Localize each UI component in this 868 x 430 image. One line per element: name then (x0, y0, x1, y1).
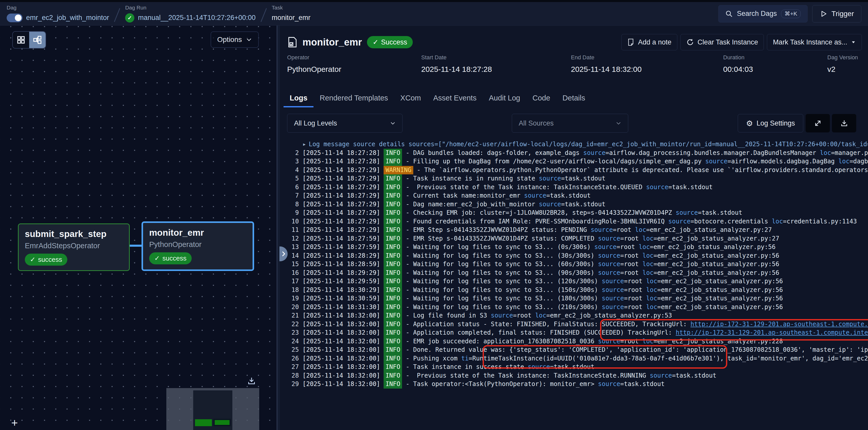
log-text: - EMR job succeeded: application_1763087… (402, 337, 598, 346)
log-key: source (598, 337, 620, 346)
log-line-number[interactable]: 6 (287, 183, 299, 192)
tab-audit-log[interactable]: Audit Log (483, 89, 526, 107)
log-source-select[interactable]: All Sources (512, 114, 628, 133)
log-key: source (491, 311, 513, 320)
log-line-number[interactable]: 20 (287, 303, 299, 311)
task-meta-row: OperatorPythonOperator Start Date2025-11… (280, 54, 868, 80)
log-line-number[interactable]: 2 (287, 149, 299, 158)
refresh-icon (686, 38, 694, 46)
dag-name-link[interactable]: emr_ec2_job_with_mointor (26, 14, 109, 22)
log-text: =task.stdout (698, 209, 742, 217)
trigger-button[interactable]: Trigger (812, 5, 861, 23)
log-line: 13[2025-11-14 18:27:59]INFO - Waiting fo… (287, 243, 868, 252)
graph-view-button[interactable] (29, 32, 45, 48)
log-line-number[interactable]: 28 (287, 371, 299, 380)
log-key: loc (642, 269, 653, 277)
log-key: source (528, 363, 550, 371)
log-line: 8[2025-11-14 18:27:29]INFO - Dag name:em… (287, 200, 868, 209)
log-line-number[interactable]: 25 (287, 345, 299, 354)
graph-minimap[interactable] (166, 388, 259, 430)
log-line-number[interactable]: 4 (287, 166, 299, 175)
log-text: =RuntimeTaskInstance(id=UUID('010a81e7-d… (469, 354, 868, 363)
collapse-arrow-icon[interactable]: ▸ (303, 140, 306, 149)
log-text: =task.stdout (672, 371, 716, 380)
log-line-number[interactable]: 16 (287, 269, 299, 277)
log-text: =root (513, 311, 535, 320)
log-line-number[interactable]: 29 (287, 380, 299, 389)
log-text: =emr_ec2_job_status_analyzer.py:56 (650, 243, 775, 252)
options-button[interactable]: Options (211, 31, 259, 48)
log-line-number[interactable]: 11 (287, 226, 299, 234)
log-line-number[interactable]: 17 (287, 277, 299, 286)
tab-details[interactable]: Details (556, 89, 591, 107)
log-line-number[interactable]: 27 (287, 363, 299, 371)
log-text: - Log file found in S3 (402, 311, 491, 320)
log-line-number[interactable]: 14 (287, 252, 299, 260)
check-icon: ✓ (30, 256, 36, 264)
log-line-number[interactable]: 22 (287, 320, 299, 329)
log-line-number[interactable]: 13 (287, 243, 299, 252)
clear-task-instance-button[interactable]: Clear Task Instance (680, 34, 764, 51)
log-line-number[interactable]: 26 (287, 354, 299, 363)
log-key: source (598, 234, 620, 243)
log-key: source (524, 192, 546, 200)
log-text: =emr_ec2_job_status_analyzer.py:56 (654, 269, 779, 277)
graph-node-submit-spark-step[interactable]: submit_spark_step EmrAddStepsOperator ✓s… (18, 224, 130, 271)
log-line-number[interactable]: 23 (287, 329, 299, 337)
log-line-number[interactable]: 12 (287, 234, 299, 243)
add-note-button[interactable]: Add a note (621, 34, 677, 51)
log-line-number[interactable]: 8 (287, 200, 299, 209)
log-line-number[interactable]: 19 (287, 294, 299, 303)
log-text: - Waiting for log files to sync to S3...… (402, 303, 601, 311)
log-line-number[interactable]: 9 (287, 209, 299, 217)
log-level-badge: INFO (383, 226, 402, 234)
log-text: =root (624, 294, 646, 303)
chevron-down-icon (390, 121, 396, 126)
log-line-number[interactable]: 18 (287, 286, 299, 295)
log-level-badge: INFO (383, 337, 402, 346)
graph-node-monitor-emr[interactable]: monitor_emr PythonOperator ✓success (142, 221, 254, 271)
log-line-number[interactable]: 7 (287, 192, 299, 200)
log-line-number[interactable]: 21 (287, 311, 299, 320)
fullscreen-button[interactable] (806, 114, 830, 132)
log-key: source (602, 286, 624, 295)
log-line-number[interactable]: 3 (287, 157, 299, 166)
log-text: - Application completed, final status: F… (402, 329, 676, 337)
tab-code[interactable]: Code (526, 89, 556, 107)
dag-pause-toggle[interactable] (7, 13, 23, 22)
log-settings-button[interactable]: ⚙ Log Settings (738, 114, 803, 132)
tab-asset-events[interactable]: Asset Events (427, 89, 483, 107)
download-log-button[interactable] (832, 114, 856, 132)
log-level-badge: INFO (383, 209, 402, 217)
grid-icon (17, 36, 25, 44)
tab-rendered-templates[interactable]: Rendered Templates (313, 89, 394, 107)
log-key: source (602, 277, 624, 286)
graph-download-button[interactable] (247, 376, 256, 386)
log-line: 25[2025-11-14 18:32:00]INFO - Done. Retu… (287, 345, 868, 354)
panel-divider[interactable] (277, 26, 280, 430)
tab-logs[interactable]: Logs (283, 89, 313, 107)
dagrun-link[interactable]: manual__2025-11-14T10:27:26+00:00 (138, 14, 256, 22)
log-line-number[interactable]: 24 (287, 337, 299, 346)
log-link[interactable]: http://ip-172-31-129-201.ap-southeast-1.… (690, 320, 868, 329)
log-key: source (646, 183, 669, 192)
grid-view-button[interactable] (13, 32, 29, 48)
tab-xcom[interactable]: XCom (394, 89, 427, 107)
zoom-in-button[interactable]: + (11, 417, 18, 428)
meta-operator: OperatorPythonOperator (287, 54, 341, 74)
mark-task-instance-as-button[interactable]: Mark Task Instance as... (767, 34, 862, 51)
search-dags-button[interactable]: Search Dags ⌘+K (718, 5, 808, 23)
log-line-number[interactable]: 10 (287, 217, 299, 226)
task-doc-icon (287, 37, 297, 48)
log-key: source (602, 303, 624, 311)
log-level-select[interactable]: All Log Levels (287, 114, 403, 133)
task-name: monitor_emr (272, 14, 311, 22)
minimap-node-selected (213, 419, 231, 426)
log-header-line[interactable]: ▸Log message source details sources=["/h… (287, 140, 868, 149)
log-key: loc (646, 294, 657, 303)
log-link[interactable]: http://ip-172-31-129-201.ap-southeast-1.… (676, 329, 868, 337)
toggle-knob (15, 14, 22, 21)
log-level-badge: INFO (383, 157, 402, 166)
log-line-number[interactable]: 5 (287, 174, 299, 183)
log-line-number[interactable]: 15 (287, 260, 299, 269)
